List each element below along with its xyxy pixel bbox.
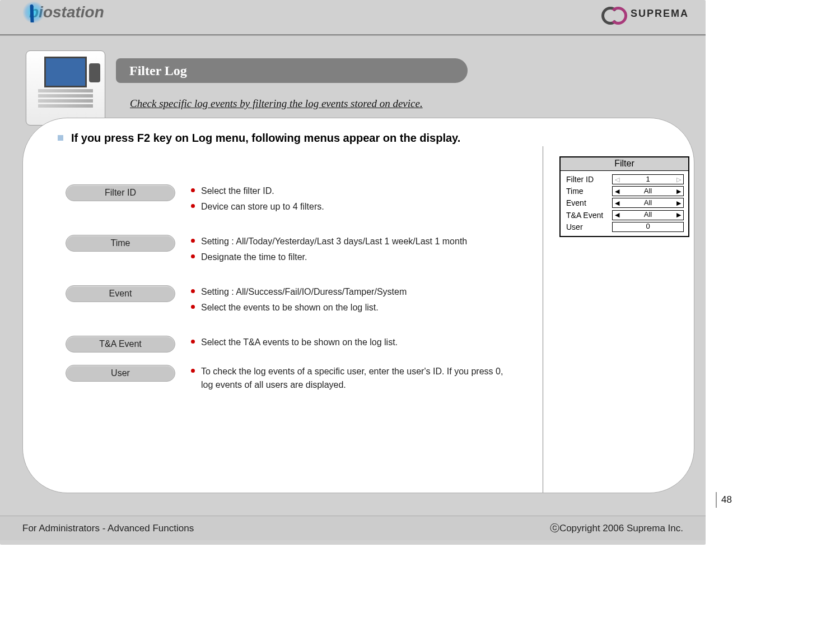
filter-card-body: Filter ID ◁ 1 ▷ Time ◀ All [561, 171, 688, 232]
option-bullet: Select the filter ID. [191, 184, 508, 198]
option-bullet: Select the events to be shown on the log… [191, 301, 508, 314]
option-row-ta-event: T&A Event Select the T&A events to be sh… [66, 336, 508, 353]
footer-bar: For Administrators - Advanced Functions … [0, 516, 706, 540]
suprema-logo: SUPREMA [601, 7, 689, 20]
filter-selector[interactable]: ◀ All ▶ [612, 186, 684, 196]
footer-right: ⓒCopyright 2006 Suprema Inc. [550, 522, 683, 535]
option-pill: Time [66, 235, 175, 252]
option-bullet: To check the log events of a specific us… [191, 365, 508, 392]
device-keyrow-icon [38, 89, 92, 92]
header-bar: biostation SUPREMA [0, 0, 706, 36]
filter-row: T&A Event ◀ All ▶ [566, 210, 684, 220]
chevron-left-icon[interactable]: ◁ [615, 177, 619, 183]
intro-row: If you press F2 key on Log menu, followi… [58, 132, 662, 145]
chevron-right-icon[interactable]: ▷ [676, 177, 681, 183]
options-list: Filter ID Select the filter ID. Device c… [66, 184, 508, 413]
chevron-left-icon[interactable]: ◀ [615, 188, 619, 194]
option-pill: Event [66, 285, 175, 302]
filter-row: User 0 [566, 222, 684, 232]
footer-left: For Administrators - Advanced Functions [22, 523, 194, 534]
section-subtitle: Check specific log events by filtering t… [130, 98, 423, 110]
header-divider-shadow [0, 35, 706, 36]
device-keyrow-icon [38, 99, 92, 103]
biostation-tower-icon [30, 4, 34, 22]
option-description: Setting : All/Today/Yesterday/Last 3 day… [191, 235, 508, 266]
device-thumbnail [26, 50, 105, 126]
chevron-right-icon[interactable]: ▶ [676, 188, 681, 194]
option-pill: T&A Event [66, 336, 175, 353]
option-bullet: Select the T&A events to be shown on the… [191, 336, 508, 349]
option-description: Select the T&A events to be shown on the… [191, 336, 508, 351]
filter-input[interactable]: 0 [612, 222, 684, 232]
option-pill: User [66, 365, 175, 382]
chevron-right-icon[interactable]: ▶ [676, 212, 681, 218]
option-description: Setting : All/Success/Fail/IO/Duress/Tam… [191, 285, 508, 317]
filter-value: All [619, 210, 676, 220]
chevron-right-icon[interactable]: ▶ [676, 200, 681, 206]
filter-row: Event ◀ All ▶ [566, 198, 684, 208]
section-title: Filter Log [116, 58, 468, 83]
biostation-logo: biostation [29, 3, 104, 21]
intro-text: If you press F2 key on Log menu, followi… [71, 132, 460, 145]
filter-selector[interactable]: ◀ All ▶ [612, 198, 684, 208]
option-row-filter-id: Filter ID Select the filter ID. Device c… [66, 184, 508, 216]
filter-row-label: Time [566, 186, 612, 196]
chevron-left-icon[interactable]: ◀ [615, 200, 619, 206]
vertical-separator [543, 146, 543, 493]
option-bullet: Setting : All/Success/Fail/IO/Duress/Tam… [191, 285, 508, 299]
filter-card-heading: Filter [561, 157, 688, 171]
document-frame: biostation SUPREMA Filter Log Check spec… [0, 0, 706, 545]
page-number: 48 [716, 492, 732, 508]
filter-row-label: User [566, 222, 612, 232]
chevron-left-icon[interactable]: ◀ [615, 212, 619, 218]
option-row-event: Event Setting : All/Success/Fail/IO/Dure… [66, 285, 508, 317]
content-panel: If you press F2 key on Log menu, followi… [22, 118, 694, 493]
filter-preview-card: Filter Filter ID ◁ 1 ▷ Time [559, 156, 689, 237]
filter-row: Filter ID ◁ 1 ▷ [566, 174, 684, 184]
filter-row-label: T&A Event [566, 210, 612, 220]
filter-row-label: Filter ID [566, 174, 612, 184]
filter-selector[interactable]: ◁ 1 ▷ [612, 174, 684, 184]
suprema-infinity-icon [601, 7, 627, 20]
option-description: To check the log events of a specific us… [191, 365, 508, 394]
option-description: Select the filter ID. Device can store u… [191, 184, 508, 216]
device-screen-icon [44, 57, 87, 87]
filter-value: All [619, 198, 676, 208]
option-row-time: Time Setting : All/Today/Yesterday/Last … [66, 235, 508, 266]
option-row-user: User To check the log events of a specif… [66, 365, 508, 394]
option-bullet: Setting : All/Today/Yesterday/Last 3 day… [191, 235, 508, 248]
suprema-logo-text: SUPREMA [631, 8, 689, 20]
option-bullet: Device can store up to 4 filters. [191, 200, 508, 214]
option-pill: Filter ID [66, 184, 175, 201]
filter-selector[interactable]: ◀ All ▶ [612, 210, 684, 220]
filter-value: 1 [619, 175, 676, 184]
filter-row-label: Event [566, 198, 612, 208]
device-keyrow-icon [38, 94, 92, 98]
page: biostation SUPREMA Filter Log Check spec… [0, 0, 840, 626]
device-keyrow-icon [38, 104, 92, 108]
device-fingerprint-icon [89, 63, 100, 82]
filter-value: All [619, 187, 676, 196]
filter-value: 0 [615, 222, 681, 231]
square-bullet-icon [58, 135, 63, 141]
filter-row: Time ◀ All ▶ [566, 186, 684, 196]
content-area: If you press F2 key on Log menu, followi… [58, 132, 662, 474]
option-bullet: Designate the time to filter. [191, 251, 508, 264]
